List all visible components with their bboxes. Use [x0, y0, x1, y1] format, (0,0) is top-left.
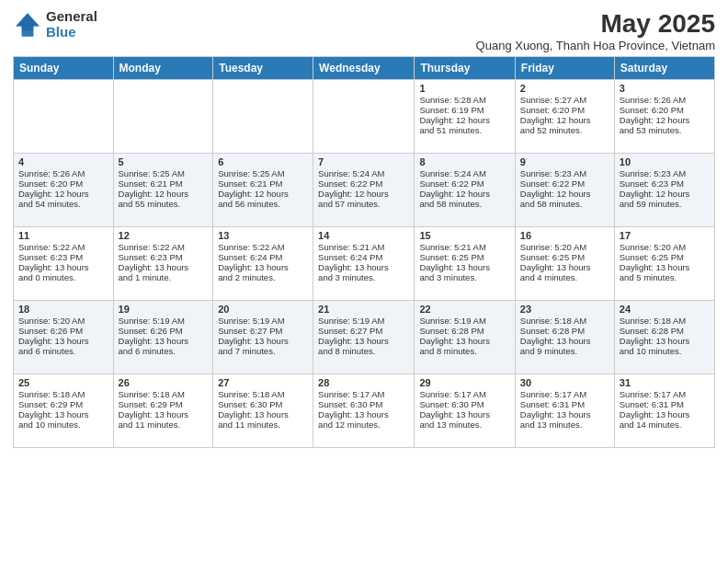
day-info: Daylight: 13 hours — [620, 409, 710, 419]
day-info: and 10 minutes. — [18, 419, 108, 430]
calendar-cell: 23Sunrise: 5:18 AMSunset: 6:28 PMDayligh… — [515, 301, 614, 374]
day-info: Daylight: 13 hours — [18, 336, 108, 346]
day-number: 13 — [218, 230, 308, 241]
day-info: Sunset: 6:21 PM — [119, 178, 209, 189]
day-info: Sunset: 6:31 PM — [620, 399, 710, 409]
day-info: Sunrise: 5:23 AM — [620, 168, 710, 178]
day-info: Sunset: 6:26 PM — [18, 326, 108, 336]
day-number: 10 — [620, 156, 710, 167]
day-info: Daylight: 13 hours — [218, 336, 308, 346]
day-info: Sunset: 6:26 PM — [119, 326, 209, 336]
day-info: and 10 minutes. — [620, 346, 710, 356]
calendar-cell: 8Sunrise: 5:24 AMSunset: 6:22 PMDaylight… — [415, 154, 515, 227]
day-info: Sunset: 6:24 PM — [218, 252, 308, 262]
logo-general: General — [46, 9, 97, 25]
day-info: Daylight: 12 hours — [520, 115, 609, 125]
day-number: 5 — [119, 156, 209, 167]
calendar-cell: 11Sunrise: 5:22 AMSunset: 6:23 PMDayligh… — [14, 227, 114, 301]
day-info: Sunrise: 5:26 AM — [18, 168, 108, 178]
calendar-week-5: 25Sunrise: 5:18 AMSunset: 6:29 PMDayligh… — [14, 374, 715, 448]
day-number: 27 — [218, 377, 308, 388]
calendar-cell: 26Sunrise: 5:18 AMSunset: 6:29 PMDayligh… — [113, 374, 213, 448]
day-info: and 5 minutes. — [620, 272, 710, 282]
day-info: Sunset: 6:23 PM — [620, 178, 710, 189]
day-info: Sunrise: 5:17 AM — [419, 389, 509, 399]
day-info: Daylight: 12 hours — [119, 189, 209, 199]
day-info: Sunrise: 5:18 AM — [520, 316, 609, 326]
day-info: and 11 minutes. — [218, 419, 308, 430]
header-sunday: Sunday — [14, 57, 114, 80]
day-info: and 52 minutes. — [520, 125, 609, 135]
day-number: 23 — [520, 304, 609, 315]
day-number: 22 — [419, 304, 509, 315]
day-number: 15 — [419, 230, 509, 241]
day-info: Daylight: 12 hours — [520, 189, 609, 199]
day-info: and 3 minutes. — [419, 272, 509, 282]
title-block: May 2025 Quang Xuong, Thanh Hoa Province… — [476, 9, 715, 52]
day-info: Daylight: 13 hours — [318, 409, 409, 419]
day-info: Sunrise: 5:25 AM — [119, 168, 209, 178]
day-info: and 58 minutes. — [520, 199, 609, 209]
day-info: and 9 minutes. — [520, 346, 609, 356]
calendar-cell: 20Sunrise: 5:19 AMSunset: 6:27 PMDayligh… — [213, 301, 313, 374]
month-title: May 2025 — [476, 9, 715, 39]
day-info: Sunrise: 5:17 AM — [620, 389, 710, 399]
day-number: 25 — [18, 377, 108, 388]
logo-text: General Blue — [46, 9, 97, 40]
day-info: and 13 minutes. — [520, 419, 609, 430]
day-info: and 53 minutes. — [620, 125, 710, 135]
day-info: Sunset: 6:19 PM — [419, 105, 509, 115]
calendar-cell — [14, 80, 114, 154]
day-info: Sunrise: 5:20 AM — [620, 242, 710, 252]
day-info: and 3 minutes. — [318, 272, 409, 282]
day-info: Sunset: 6:27 PM — [218, 326, 308, 336]
day-number: 7 — [318, 156, 409, 167]
day-info: Sunset: 6:31 PM — [520, 399, 609, 409]
day-info: Sunrise: 5:17 AM — [318, 389, 409, 399]
calendar-cell: 27Sunrise: 5:18 AMSunset: 6:30 PMDayligh… — [213, 374, 313, 448]
day-info: Daylight: 13 hours — [119, 336, 209, 346]
calendar-cell: 25Sunrise: 5:18 AMSunset: 6:29 PMDayligh… — [14, 374, 114, 448]
calendar-cell: 3Sunrise: 5:26 AMSunset: 6:20 PMDaylight… — [614, 80, 714, 154]
day-info: Sunrise: 5:20 AM — [520, 242, 609, 252]
logo-blue: Blue — [46, 25, 97, 40]
day-info: Daylight: 12 hours — [218, 189, 308, 199]
day-info: and 59 minutes. — [620, 199, 710, 209]
day-info: Daylight: 13 hours — [218, 262, 308, 272]
calendar-cell: 4Sunrise: 5:26 AMSunset: 6:20 PMDaylight… — [14, 154, 114, 227]
calendar-cell: 29Sunrise: 5:17 AMSunset: 6:30 PMDayligh… — [415, 374, 515, 448]
day-number: 2 — [520, 83, 609, 94]
day-info: Daylight: 13 hours — [620, 336, 710, 346]
day-info: Sunset: 6:30 PM — [419, 399, 509, 409]
calendar-cell: 16Sunrise: 5:20 AMSunset: 6:25 PMDayligh… — [515, 227, 614, 301]
day-info: Daylight: 13 hours — [18, 262, 108, 272]
day-info: Sunset: 6:22 PM — [318, 178, 409, 189]
calendar-cell: 15Sunrise: 5:21 AMSunset: 6:25 PMDayligh… — [415, 227, 515, 301]
day-info: Sunset: 6:24 PM — [318, 252, 409, 262]
day-info: and 12 minutes. — [318, 419, 409, 430]
calendar-cell: 22Sunrise: 5:19 AMSunset: 6:28 PMDayligh… — [415, 301, 515, 374]
day-info: Daylight: 13 hours — [520, 409, 609, 419]
day-info: Sunrise: 5:22 AM — [119, 242, 209, 252]
day-number: 12 — [119, 230, 209, 241]
day-info: and 0 minutes. — [18, 272, 108, 282]
header-wednesday: Wednesday — [313, 57, 415, 80]
day-info: Sunset: 6:28 PM — [620, 326, 710, 336]
calendar-cell: 24Sunrise: 5:18 AMSunset: 6:28 PMDayligh… — [614, 301, 714, 374]
day-info: Sunrise: 5:19 AM — [218, 316, 308, 326]
day-info: Daylight: 13 hours — [18, 409, 108, 419]
day-info: Daylight: 12 hours — [419, 115, 509, 125]
day-number: 8 — [419, 156, 509, 167]
day-info: Sunset: 6:20 PM — [620, 105, 710, 115]
day-info: and 8 minutes. — [419, 346, 509, 356]
day-info: Sunset: 6:23 PM — [119, 252, 209, 262]
calendar-cell: 17Sunrise: 5:20 AMSunset: 6:25 PMDayligh… — [614, 227, 714, 301]
day-number: 24 — [620, 304, 710, 315]
calendar-cell — [213, 80, 313, 154]
day-info: Daylight: 13 hours — [218, 409, 308, 419]
day-info: Sunrise: 5:21 AM — [318, 242, 409, 252]
day-info: Daylight: 13 hours — [119, 262, 209, 272]
day-info: Sunset: 6:22 PM — [419, 178, 509, 189]
day-info: Daylight: 13 hours — [419, 409, 509, 419]
header-friday: Friday — [515, 57, 614, 80]
